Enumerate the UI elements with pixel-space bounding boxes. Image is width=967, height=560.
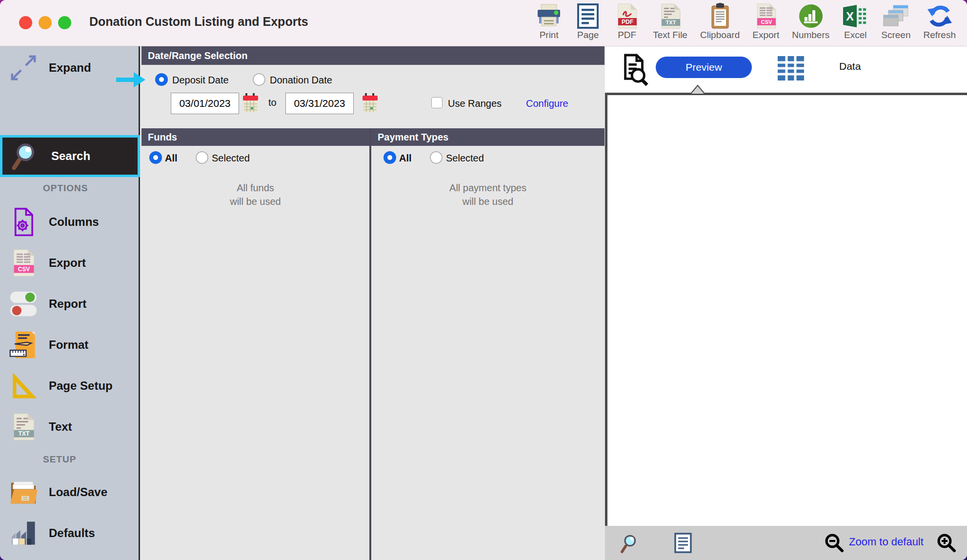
columns-gear-document-icon — [6, 206, 41, 238]
start-date-calendar-icon[interactable] — [243, 93, 258, 116]
close-window-button[interactable] — [19, 16, 32, 29]
sidebar-item-columns[interactable]: Columns — [0, 201, 140, 242]
funds-selected-label: Selected — [212, 153, 250, 164]
txt-file-icon: TXT — [657, 3, 684, 29]
payment-types-body: All Selected All payment types will be u… — [371, 146, 604, 560]
svg-text:PDF: PDF — [622, 19, 633, 25]
clipboard-icon — [707, 3, 733, 29]
sidebar-group-setup: SETUP — [43, 454, 76, 465]
screen-button[interactable]: Screen — [875, 0, 917, 40]
sidebar-item-text[interactable]: TXT Text — [0, 406, 140, 447]
payment-types-all-label: All — [399, 153, 412, 164]
svg-text:TXT: TXT — [19, 430, 30, 437]
app-window: Donation Custom Listing and Exports Prin… — [0, 0, 967, 560]
printer-icon — [536, 3, 562, 29]
funds-all-label: All — [165, 153, 178, 164]
toolbar: Print Page PDF PDF TXT Text File — [529, 0, 962, 46]
numbers-chart-icon — [798, 3, 824, 29]
sidebar-item-page-setup[interactable]: Page Setup — [0, 365, 140, 406]
page-button[interactable]: Page — [568, 0, 607, 40]
zoom-out-icon[interactable] — [824, 532, 845, 556]
funds-payment-divider — [369, 128, 371, 560]
tab-data[interactable]: Data — [839, 60, 861, 72]
txt-file-icon: TXT — [6, 413, 41, 441]
configure-link[interactable]: Configure — [526, 98, 568, 109]
to-label: to — [268, 97, 277, 108]
deposit-date-radio[interactable] — [155, 73, 168, 86]
csv-file-icon: CSV — [6, 249, 41, 277]
minimize-window-button[interactable] — [39, 16, 52, 29]
refresh-icon — [927, 3, 953, 29]
donation-date-label: Donation Date — [270, 75, 332, 86]
sidebar-item-report[interactable]: Report — [0, 283, 140, 324]
refresh-button[interactable]: Refresh — [917, 0, 962, 40]
funds-body: All Selected All funds will be used — [141, 146, 369, 560]
preview-content — [607, 95, 967, 526]
svg-text:CSV: CSV — [761, 19, 772, 25]
deposit-date-label: Deposit Date — [172, 75, 229, 86]
pdf-file-icon: PDF — [614, 3, 640, 29]
excel-icon: X — [842, 3, 868, 29]
pdf-button[interactable]: PDF PDF — [607, 0, 646, 40]
payment-types-all-radio[interactable] — [383, 151, 396, 164]
use-ranges-label: Use Ranges — [448, 98, 502, 109]
active-tab-caret — [689, 84, 706, 95]
svg-text:X: X — [846, 10, 854, 23]
export-csv-button[interactable]: CSV Export — [746, 0, 786, 40]
set-square-icon — [6, 371, 41, 401]
preview-document-magnifier-icon — [620, 53, 650, 88]
start-date-input[interactable] — [171, 93, 239, 114]
screen-windows-icon — [883, 3, 909, 29]
payment-types-selected-label: Selected — [446, 153, 484, 164]
sidebar-item-format[interactable]: Format — [0, 324, 140, 365]
zoom-in-icon[interactable] — [936, 532, 957, 556]
print-button[interactable]: Print — [529, 0, 568, 40]
use-ranges-checkbox[interactable] — [431, 97, 443, 108]
numbers-button[interactable]: Numbers — [786, 0, 836, 40]
payment-types-note: All payment types will be used — [371, 181, 604, 208]
folder-icon — [6, 478, 41, 506]
date-range-body: Deposit Date Donation Date to Use Ranges… — [141, 65, 604, 128]
sidebar-item-load-save[interactable]: Load/Save — [0, 472, 140, 513]
preview-status-bar: Zoom to default — [605, 526, 967, 560]
pointer-arrow-icon — [115, 71, 146, 89]
zoom-window-button[interactable] — [58, 16, 71, 29]
page-icon — [575, 3, 601, 29]
excel-button[interactable]: X Excel — [836, 0, 875, 40]
sidebar: Expand Search OPTIONS Columns CSV Export — [0, 46, 140, 560]
window-title: Donation Custom Listing and Exports — [89, 15, 308, 29]
funds-selected-radio[interactable] — [196, 151, 208, 164]
report-page-icon[interactable] — [673, 533, 693, 555]
tab-preview[interactable]: Preview — [656, 57, 752, 78]
donation-date-radio[interactable] — [253, 73, 265, 86]
magnifier-icon[interactable] — [620, 533, 641, 556]
toggle-switches-icon — [6, 290, 41, 318]
csv-file-icon: CSV — [753, 3, 779, 29]
date-range-header: Date/Range Selection — [141, 46, 604, 65]
preview-data-tabbar: Preview Data — [605, 46, 967, 93]
svg-text:TXT: TXT — [665, 20, 676, 25]
format-document-icon — [6, 330, 41, 360]
payment-types-selected-radio[interactable] — [430, 151, 443, 164]
payment-types-header: Payment Types — [371, 128, 604, 146]
clipboard-button[interactable]: Clipboard — [694, 0, 746, 40]
svg-text:CSV: CSV — [18, 266, 30, 273]
funds-note: All funds will be used — [141, 181, 369, 208]
funds-header: Funds — [141, 128, 369, 146]
titlebar: Donation Custom Listing and Exports Prin… — [0, 0, 967, 46]
factory-icon — [6, 519, 41, 548]
data-grid-icon — [777, 55, 805, 83]
end-date-calendar-icon[interactable] — [363, 93, 378, 116]
text-file-button[interactable]: TXT Text File — [646, 0, 694, 40]
end-date-input[interactable] — [285, 93, 354, 114]
sidebar-item-defaults[interactable]: Defaults — [0, 513, 140, 554]
sidebar-item-export[interactable]: CSV Export — [0, 242, 140, 283]
zoom-to-default-link[interactable]: Zoom to default — [849, 536, 924, 548]
funds-all-radio[interactable] — [149, 151, 162, 164]
expand-arrows-icon — [6, 53, 41, 83]
